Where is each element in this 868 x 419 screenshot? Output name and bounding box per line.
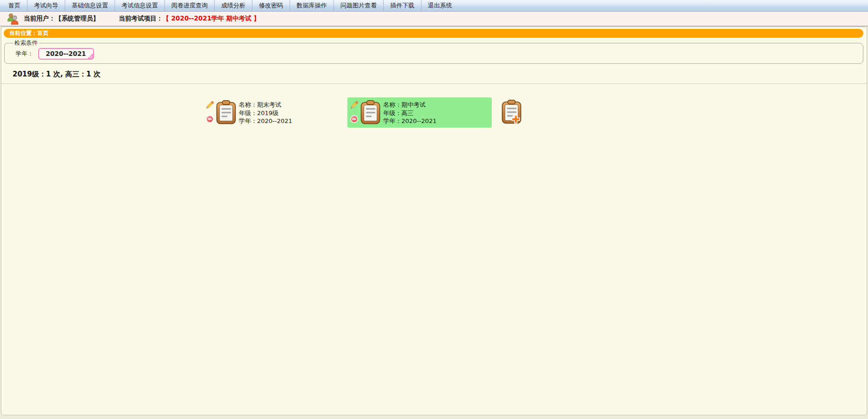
menu-item-database-ops[interactable]: 数据库操作 xyxy=(290,0,334,11)
delete-exam-icon[interactable] xyxy=(206,115,214,123)
clipboard-icon[interactable] xyxy=(360,100,380,124)
school-year-label: 学年： xyxy=(16,50,34,58)
current-user-text: 当前用户：【系统管理员】 xyxy=(24,14,99,23)
menu-item-logout[interactable]: 退出系统 xyxy=(421,0,459,11)
menu-item-home[interactable]: 首页 xyxy=(2,0,27,11)
menu-item-exam-wizard[interactable]: 考试向导 xyxy=(27,0,65,11)
menu-item-plugin-download[interactable]: 插件下载 xyxy=(384,0,421,11)
edit-exam-icon[interactable] xyxy=(206,101,214,109)
exam-count-summary: 2019级：1 次, 高三：1 次 xyxy=(13,70,867,79)
exam-cards-row: 名称：期末考试 年级：2019级 学年：2020--2021 xyxy=(1,97,867,128)
menu-item-marking-progress[interactable]: 阅卷进度查询 xyxy=(165,0,215,11)
menu-item-basic-info-settings[interactable]: 基础信息设置 xyxy=(65,0,115,11)
menu-item-exam-info-settings[interactable]: 考试信息设置 xyxy=(115,0,165,11)
menu-item-score-analysis[interactable]: 成绩分析 xyxy=(215,0,252,11)
menu-item-change-password[interactable]: 修改密码 xyxy=(252,0,290,11)
divider xyxy=(1,83,867,84)
delete-exam-icon[interactable] xyxy=(350,115,359,123)
current-project-value: 【 2020--2021学年 期中考试 】 xyxy=(163,14,260,23)
content-panel: 当前位置：首页 检索条件 学年： 2020--2021 2019级：1 次, 高… xyxy=(1,27,867,415)
search-criteria-legend: 检索条件 xyxy=(13,39,39,47)
exam-name: 名称：期末考试 xyxy=(239,101,292,109)
main-menu: 首页 考试向导 基础信息设置 考试信息设置 阅卷进度查询 成绩分析 修改密码 数… xyxy=(0,0,868,12)
school-year-select[interactable]: 2020--2021 xyxy=(38,48,94,60)
school-year-value: 2020--2021 xyxy=(46,50,86,57)
edit-exam-icon[interactable] xyxy=(350,101,359,109)
clipboard-icon[interactable] xyxy=(216,100,236,124)
user-group-icon xyxy=(7,13,19,25)
pink-corner-arrow-icon xyxy=(87,53,94,59)
user-bar: 当前用户：【系统管理员】 当前考试项目： 【 2020--2021学年 期中考试… xyxy=(0,12,868,27)
search-criteria-fieldset: 检索条件 学年： 2020--2021 xyxy=(4,39,863,64)
breadcrumb: 当前位置：首页 xyxy=(4,29,863,38)
exam-grade: 年级：2019级 xyxy=(239,109,292,117)
menu-item-problem-images[interactable]: 问题图片查看 xyxy=(334,0,384,11)
clipboard-plus-icon xyxy=(502,120,522,127)
exam-name: 名称：期中考试 xyxy=(383,101,437,109)
exam-card[interactable]: 名称：期末考试 年级：2019级 学年：2020--2021 xyxy=(203,97,347,128)
exam-school-year: 学年：2020--2021 xyxy=(239,117,292,125)
exam-card-selected[interactable]: 名称：期中考试 年级：高三 学年：2020--2021 xyxy=(347,97,492,128)
current-project-label: 当前考试项目： xyxy=(119,14,163,23)
exam-school-year: 学年：2020--2021 xyxy=(383,117,437,125)
exam-grade: 年级：高三 xyxy=(383,109,437,117)
add-exam-button[interactable] xyxy=(502,99,522,125)
